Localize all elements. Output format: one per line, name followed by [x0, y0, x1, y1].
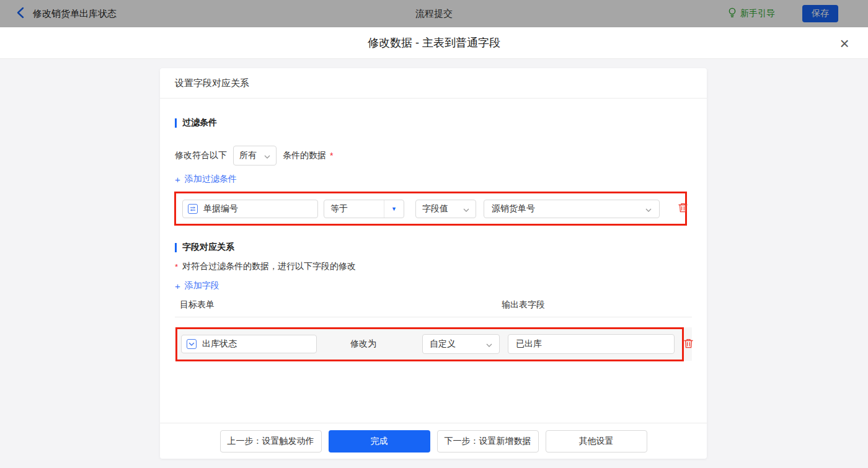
close-button[interactable]: ×: [836, 35, 853, 52]
mapping-row: 出库状态 修改为 自定义: [175, 327, 692, 361]
dropdown-field-icon: [187, 339, 197, 349]
save-button[interactable]: 保存: [802, 5, 838, 22]
modify-to-label: 修改为: [350, 338, 385, 350]
match-prefix: 修改符合以下: [175, 150, 227, 161]
mapping-description-row: * 对符合过滤条件的数据，进行以下字段的修改: [175, 261, 692, 272]
add-filter-label: 添加过滤条件: [185, 174, 237, 185]
filter-field-select[interactable]: 单据编号: [182, 200, 318, 218]
delete-mapping-button[interactable]: [683, 337, 694, 351]
match-scope-value: 所有: [239, 150, 257, 161]
required-asterisk: *: [175, 262, 178, 272]
chevron-down-icon: [463, 204, 469, 214]
add-filter-link[interactable]: + 添加过滤条件: [175, 174, 237, 185]
match-condition-row: 修改符合以下 所有 条件的数据 *: [175, 146, 692, 166]
col-target-form: 目标表单: [175, 299, 502, 311]
chevron-down-icon: [486, 339, 492, 349]
filter-section-label: 过滤条件: [182, 117, 217, 128]
mapping-section-label: 字段对应关系: [182, 242, 234, 253]
value-type-select[interactable]: 字段值: [415, 200, 476, 218]
done-button[interactable]: 完成: [329, 430, 430, 453]
operator-label: 等于: [324, 200, 384, 218]
filter-value-label: 源销货单号: [492, 203, 535, 214]
card-body: 过滤条件 修改符合以下 所有 条件的数据 * + 添加过滤条件: [160, 99, 707, 423]
other-settings-button[interactable]: 其他设置: [546, 430, 647, 453]
dropdown-arrow-icon[interactable]: ▼: [384, 200, 404, 218]
value-mode-label: 自定义: [430, 338, 456, 350]
guide-button[interactable]: 新手引导: [728, 0, 775, 27]
mapping-description: 对符合过滤条件的数据，进行以下字段的修改: [182, 261, 356, 272]
trash-icon: [678, 203, 688, 214]
value-type-label: 字段值: [422, 203, 448, 214]
chevron-down-icon: [645, 204, 652, 214]
section-bar: [175, 118, 177, 128]
topbar: 修改销货单出库状态 流程提交 新手引导 保存: [0, 0, 868, 27]
lightbulb-icon: [728, 7, 737, 20]
chevron-down-icon: [264, 151, 270, 161]
delete-filter-button[interactable]: [677, 201, 689, 216]
plus-icon: +: [175, 281, 180, 291]
col-output-field: 输出表字段: [502, 299, 545, 311]
next-step-button[interactable]: 下一步：设置新增数据: [437, 430, 539, 453]
filter-value-select[interactable]: 源销货单号: [484, 200, 660, 218]
settings-card: 设置字段对应关系 过滤条件 修改符合以下 所有 条件的数据 * +: [160, 68, 707, 459]
value-mode-select[interactable]: 自定义: [422, 334, 500, 354]
close-icon: ×: [839, 34, 849, 53]
add-field-link[interactable]: + 添加字段: [175, 280, 219, 291]
mapping-table-header: 目标表单 输出表字段: [175, 299, 692, 317]
guide-label: 新手引导: [740, 8, 775, 19]
match-suffix: 条件的数据: [283, 150, 326, 161]
card-header: 设置字段对应关系: [160, 68, 707, 99]
add-field-label: 添加字段: [185, 280, 219, 291]
prev-step-button[interactable]: 上一步：设置触发动作: [220, 430, 322, 453]
modal-content: 设置字段对应关系 过滤条件 修改符合以下 所有 条件的数据 * +: [0, 59, 868, 468]
filter-field-label: 单据编号: [203, 203, 238, 214]
required-asterisk: *: [330, 151, 333, 161]
target-field-label: 出库状态: [202, 338, 237, 350]
trash-icon: [684, 338, 693, 350]
match-scope-select[interactable]: 所有: [233, 146, 277, 166]
filter-section-title: 过滤条件: [175, 117, 692, 128]
custom-value-input[interactable]: [508, 334, 675, 354]
mapping-section-title: 字段对应关系: [175, 242, 692, 253]
modal-header: 修改数据 - 主表到普通字段 ×: [0, 27, 868, 59]
serial-number-field-icon: [188, 204, 198, 214]
target-field-select[interactable]: 出库状态: [181, 335, 317, 353]
card-footer: 上一步：设置触发动作 完成 下一步：设置新增数据 其他设置: [160, 423, 707, 459]
plus-icon: +: [175, 174, 180, 185]
modal-title: 修改数据 - 主表到普通字段: [368, 35, 500, 50]
filter-row-annotation: 单据编号 等于 ▼ 字段值 源销货单号: [174, 192, 687, 226]
section-bar: [175, 243, 177, 252]
operator-select[interactable]: 等于 ▼: [324, 200, 404, 218]
